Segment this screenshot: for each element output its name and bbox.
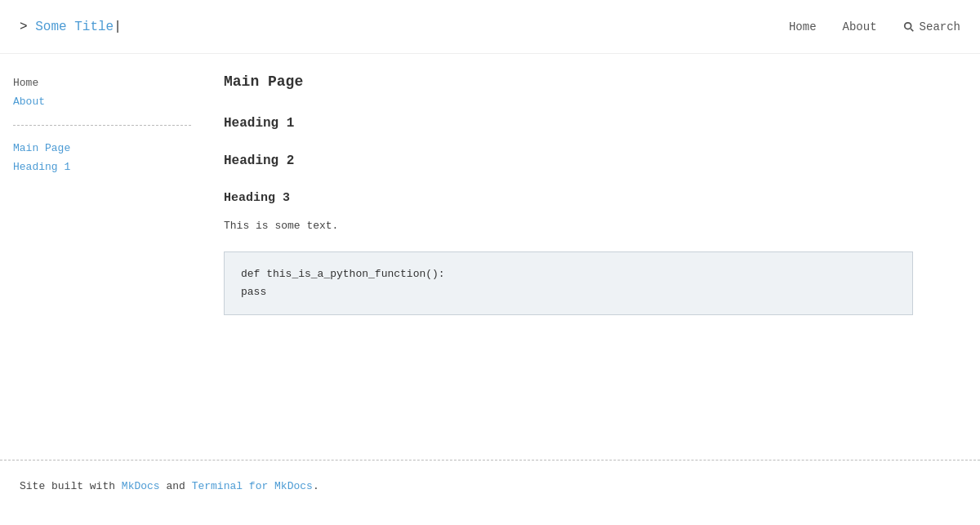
search-icon: [903, 21, 915, 33]
sidebar-link-home[interactable]: Home: [13, 73, 191, 92]
nav-link-home[interactable]: Home: [789, 20, 817, 33]
footer-text-middle: and: [160, 480, 192, 492]
svg-line-1: [911, 29, 913, 31]
sidebar: Home About Main Page Heading 1: [0, 54, 204, 460]
content-paragraph: This is some text.: [224, 218, 913, 235]
sidebar-link-about[interactable]: About: [13, 92, 191, 111]
sidebar-link-main-page[interactable]: Main Page: [13, 139, 191, 158]
main-layout: Home About Main Page Heading 1 Main Page…: [0, 54, 980, 460]
footer-text-before: Site built with: [20, 480, 122, 492]
footer-link-terminal[interactable]: Terminal for MkDocs: [192, 480, 313, 492]
heading-2: Heading 2: [224, 153, 913, 168]
title-arrow: >: [20, 20, 35, 34]
svg-point-0: [904, 22, 911, 29]
title-cursor: |: [114, 20, 122, 34]
footer: Site built with MkDocs and Terminal for …: [0, 460, 980, 512]
sidebar-bottom-section: Main Page Heading 1: [13, 139, 191, 177]
footer-text: Site built with MkDocs and Terminal for …: [20, 480, 960, 492]
sidebar-link-heading1[interactable]: Heading 1: [13, 158, 191, 176]
code-line-2: pass: [241, 283, 896, 301]
code-block: def this_is_a_python_function(): pass: [224, 251, 913, 315]
heading-3: Heading 3: [224, 191, 913, 205]
navbar: > Some Title| Home About Search: [0, 0, 980, 54]
main-content: Main Page Heading 1 Heading 2 Heading 3 …: [204, 54, 939, 460]
heading-1: Heading 1: [224, 116, 913, 131]
footer-text-after: .: [313, 480, 319, 492]
navbar-right: Home About Search: [789, 20, 960, 33]
main-heading: Main Page: [224, 73, 913, 90]
sidebar-top-section: Home About: [13, 73, 191, 112]
site-title: > Some Title|: [20, 20, 122, 34]
footer-link-mkdocs[interactable]: MkDocs: [122, 480, 160, 492]
nav-link-about[interactable]: About: [843, 20, 877, 33]
sidebar-divider: [13, 125, 191, 126]
search-button[interactable]: Search: [903, 20, 960, 33]
title-text: Some Title: [35, 20, 114, 34]
code-line-1: def this_is_a_python_function():: [241, 265, 896, 283]
search-label: Search: [920, 20, 960, 33]
